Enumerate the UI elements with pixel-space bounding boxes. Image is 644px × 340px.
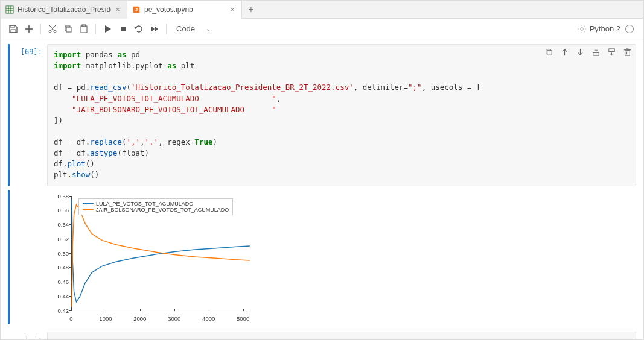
y-tick-label: 0.44 <box>51 292 69 299</box>
code-input[interactable]: import pandas as pd import matplotlib.py… <box>47 44 636 186</box>
svg-marker-19 <box>105 25 111 33</box>
tab-label: Historico_Totalizacao_Preside <box>18 5 111 14</box>
cell-prompt: [ ]: <box>12 332 47 340</box>
svg-text:J: J <box>135 7 138 12</box>
svg-rect-29 <box>593 52 598 55</box>
paste-button[interactable] <box>76 21 92 37</box>
stop-button[interactable] <box>115 21 131 37</box>
code-cell[interactable]: [ ]: <box>8 332 636 340</box>
svg-rect-35 <box>625 50 630 55</box>
svg-rect-32 <box>608 48 614 51</box>
y-tick-label: 0.50 <box>51 250 69 256</box>
x-tick-label: 1000 <box>99 315 112 322</box>
copy-button[interactable] <box>60 21 76 37</box>
insert-below-button[interactable] <box>607 47 616 57</box>
y-tick-label: 0.54 <box>51 221 69 228</box>
cell-output: LULA_PE_VOTOS_TOT_ACUMULADO JAIR_BOLSONA… <box>8 190 636 324</box>
close-icon[interactable]: × <box>228 5 237 14</box>
y-tick-label: 0.58 <box>51 192 69 199</box>
cut-button[interactable] <box>45 21 60 37</box>
kernel-name: Python 2 <box>590 24 620 33</box>
svg-point-24 <box>580 27 583 30</box>
y-tick-label: 0.56 <box>51 207 69 213</box>
x-tick-label: 2000 <box>133 315 146 322</box>
add-tab-button[interactable]: + <box>242 4 260 15</box>
tab-label: pe_votos.ipynb <box>144 5 226 14</box>
output-chart: LULA_PE_VOTOS_TOT_ACUMULADO JAIR_BOLSONA… <box>47 190 255 324</box>
svg-marker-21 <box>135 27 137 29</box>
legend-label: LULA_PE_VOTOS_TOT_ACUMULADO <box>96 201 193 207</box>
insert-above-button[interactable] <box>591 47 601 57</box>
notebook-area[interactable]: [69]: import pandas as pd import matplot… <box>1 39 643 339</box>
svg-rect-26 <box>547 50 552 55</box>
toolbar: Code ⌄ Python 2 <box>1 19 643 39</box>
move-up-button[interactable] <box>560 47 569 57</box>
code-input[interactable] <box>47 332 636 340</box>
svg-rect-0 <box>6 5 13 13</box>
x-tick-label: 5000 <box>237 315 249 322</box>
insert-cell-button[interactable] <box>21 21 37 37</box>
run-all-button[interactable] <box>147 21 162 37</box>
code-cell[interactable]: [69]: import pandas as pd import matplot… <box>8 44 636 186</box>
spreadsheet-icon <box>5 5 14 14</box>
cell-type-label: Code <box>176 24 195 33</box>
x-tick-label: 3000 <box>168 315 180 322</box>
close-icon[interactable]: × <box>113 5 122 14</box>
cell-prompt: [69]: <box>12 44 47 186</box>
svg-rect-16 <box>66 27 71 32</box>
restart-button[interactable] <box>131 21 147 37</box>
y-tick-label: 0.46 <box>51 279 69 285</box>
kernel-status-icon <box>625 25 634 33</box>
y-tick-label: 0.52 <box>51 235 69 242</box>
settings-button[interactable] <box>574 21 590 37</box>
svg-rect-8 <box>11 30 16 33</box>
y-tick-label: 0.48 <box>51 264 69 271</box>
tab-historico[interactable]: Historico_Totalizacao_Preside × <box>1 1 127 19</box>
delete-cell-button[interactable] <box>622 47 632 57</box>
chart-legend: LULA_PE_VOTOS_TOT_ACUMULADO JAIR_BOLSONA… <box>78 198 233 215</box>
x-tick-label: 0 <box>69 315 72 322</box>
tab-bar: Historico_Totalizacao_Preside × J pe_vot… <box>1 1 643 19</box>
x-tick-label: 4000 <box>202 315 215 322</box>
kernel-indicator[interactable]: Python 2 <box>590 24 639 33</box>
cell-toolbar <box>544 47 632 57</box>
notebook-icon: J <box>132 5 141 14</box>
legend-label: JAIR_BOLSONARO_PE_VOTOS_TOT_ACUMULADO <box>96 207 229 213</box>
cell-type-select[interactable]: Code ⌄ <box>170 24 217 33</box>
run-button[interactable] <box>100 21 115 37</box>
chevron-down-icon: ⌄ <box>206 25 211 32</box>
code-text: import pandas as pd import matplotlib.py… <box>54 49 630 181</box>
cell-select-bar <box>8 44 10 186</box>
duplicate-cell-button[interactable] <box>544 47 553 57</box>
svg-rect-17 <box>81 26 87 33</box>
svg-marker-23 <box>155 26 158 32</box>
svg-rect-20 <box>121 27 126 31</box>
move-down-button[interactable] <box>575 47 585 57</box>
tab-pe-votos[interactable]: J pe_votos.ipynb × <box>127 1 242 19</box>
svg-marker-22 <box>151 26 155 32</box>
save-button[interactable] <box>5 21 21 37</box>
y-tick-label: 0.42 <box>51 307 69 313</box>
output-select-bar <box>8 190 10 324</box>
